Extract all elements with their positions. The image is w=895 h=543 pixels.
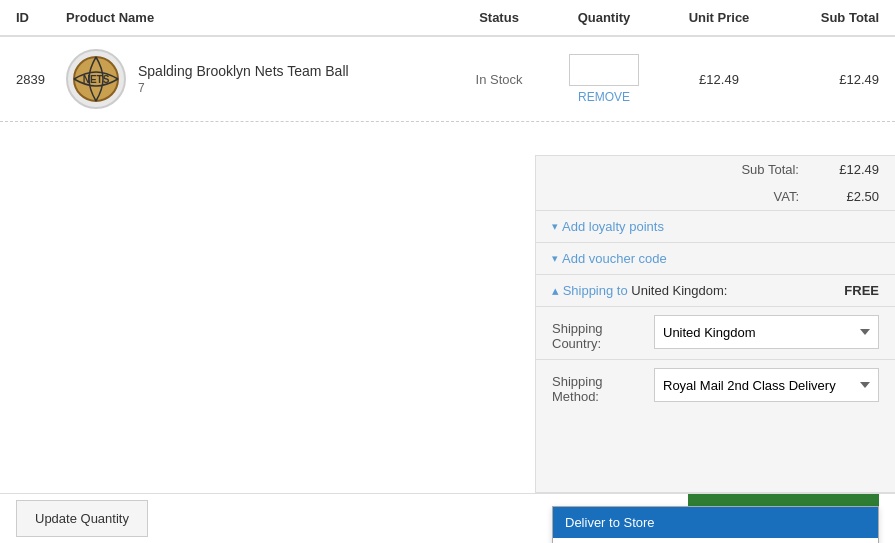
summary-subtotal-row: Sub Total: £12.49 — [536, 156, 895, 183]
voucher-code-row[interactable]: ▾ Add voucher code — [536, 242, 895, 274]
shipping-to-label: ▴ Shipping to United Kingdom: — [552, 283, 727, 298]
product-name: Spalding Brooklyn Nets Team Ball — [138, 63, 349, 79]
shipping-country-row: Shipping Country: United Kingdom — [536, 306, 895, 359]
loyalty-arrow: ▾ — [552, 220, 558, 233]
table-header: ID Product Name Status Quantity Unit Pri… — [0, 0, 895, 37]
remove-link[interactable]: REMOVE — [578, 90, 630, 104]
product-text: Spalding Brooklyn Nets Team Ball 7 — [138, 63, 349, 95]
shipping-country-label: Shipping Country: — [552, 315, 642, 351]
product-quantity: 1 REMOVE — [549, 54, 659, 104]
sub-total-value: £12.49 — [819, 162, 879, 177]
col-header-status: Status — [449, 10, 549, 25]
col-header-quantity: Quantity — [549, 10, 659, 25]
right-panel: Sub Total: £12.49 VAT: £2.50 ▾ Add loyal… — [535, 155, 895, 524]
svg-text:NETS: NETS — [83, 74, 110, 85]
shipping-country-select-wrap: United Kingdom — [654, 315, 879, 349]
product-info: NETS Spalding Brooklyn Nets Team Ball 7 — [66, 49, 449, 109]
product-sub: 7 — [138, 81, 349, 95]
product-status: In Stock — [449, 72, 549, 87]
shipping-method-label: Shipping Method: — [552, 368, 642, 404]
shipping-to-row: ▴ Shipping to United Kingdom: FREE — [536, 274, 895, 306]
shipping-method-select[interactable]: Royal Mail 2nd Class Delivery — [654, 368, 879, 402]
product-image: NETS — [66, 49, 126, 109]
product-unit-price: £12.49 — [659, 72, 779, 87]
update-quantity-button[interactable]: Update Quantity — [16, 500, 148, 537]
table-row: 2839 NETS Spalding Brooklyn Nets Team Ba… — [0, 37, 895, 122]
quantity-input[interactable]: 1 — [569, 54, 639, 86]
summary-vat-row: VAT: £2.50 — [536, 183, 895, 210]
shipping-free: FREE — [844, 283, 879, 298]
shipping-arrow-up: ▴ — [552, 283, 559, 298]
vat-label: VAT: — [773, 189, 799, 204]
shipping-method-row: Shipping Method: Royal Mail 2nd Class De… — [536, 359, 895, 412]
vat-value: £2.50 — [819, 189, 879, 204]
product-id: 2839 — [16, 72, 66, 87]
shipping-label-prefix: Shipping to — [563, 283, 628, 298]
product-sub-total: £12.49 — [779, 72, 879, 87]
dropdown-option-1[interactable]: Royal Mail 2nd Class Delivery — [553, 538, 878, 543]
shipping-method-dropdown: Deliver to Store Royal Mail 2nd Class De… — [552, 506, 879, 543]
dropdown-option-0[interactable]: Deliver to Store — [553, 507, 878, 538]
voucher-arrow: ▾ — [552, 252, 558, 265]
col-header-sub-total: Sub Total — [779, 10, 879, 25]
col-header-id: ID — [16, 10, 66, 25]
loyalty-points-row[interactable]: ▾ Add loyalty points — [536, 210, 895, 242]
col-header-unit-price: Unit Price — [659, 10, 779, 25]
shipping-country-text: United Kingdom: — [631, 283, 727, 298]
voucher-link[interactable]: Add voucher code — [562, 251, 667, 266]
shipping-country-select[interactable]: United Kingdom — [654, 315, 879, 349]
loyalty-link[interactable]: Add loyalty points — [562, 219, 664, 234]
sub-total-label: Sub Total: — [741, 162, 799, 177]
col-header-product: Product Name — [66, 10, 449, 25]
shipping-method-select-wrap: Royal Mail 2nd Class Delivery — [654, 368, 879, 402]
